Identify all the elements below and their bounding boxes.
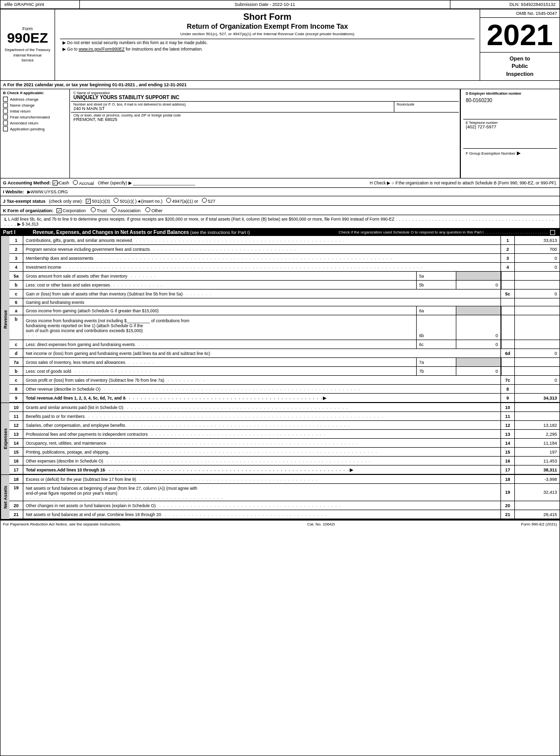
row-num-6: 6 xyxy=(9,298,23,306)
row-num-5b: b xyxy=(9,281,23,289)
phone-label: E Telephone number xyxy=(466,121,555,124)
table-row: 9 Total revenue. Add lines 1, 2, 3, 4, 5… xyxy=(9,394,560,403)
row-value-20 xyxy=(515,501,560,510)
checkbox-amended-return[interactable] xyxy=(3,120,8,125)
form-under-note: Under section 501(c), 527, or 4947(a)(1)… xyxy=(60,32,475,36)
row-desc-21: Net assets or fund balances at end of ye… xyxy=(23,510,501,519)
checkbox-initial-return[interactable] xyxy=(3,109,8,114)
row-value-4: 0 xyxy=(515,263,560,271)
row-value-6a xyxy=(515,306,560,315)
sub-label-6b: 6b xyxy=(417,315,456,340)
row-num-4: 4 xyxy=(9,263,23,271)
checkbox-final-return[interactable] xyxy=(3,115,8,119)
row-linenum-5a xyxy=(501,272,515,280)
row-linenum-17: 17 xyxy=(501,465,515,474)
check-address-change[interactable]: Address change xyxy=(3,97,67,102)
form-number: 990EZ xyxy=(7,31,48,45)
check-amended-return[interactable]: Amended return xyxy=(3,120,67,125)
row-value-2: 700 xyxy=(515,245,560,253)
row-desc-1: Contributions, gifts, grants, and simila… xyxy=(23,236,501,244)
check-initial-return[interactable]: Initial return xyxy=(3,109,67,114)
row-desc-5a: Gross amount from sale of assets other t… xyxy=(23,272,417,280)
org-name-value: UNIQUELY YOURS STABILITY SUPPORT INC xyxy=(73,95,456,100)
row-linenum-5b xyxy=(501,281,515,289)
form-title-main: Short Form xyxy=(60,12,475,22)
row-desc-6d: Net income or (loss) from gaming and fun… xyxy=(23,349,501,357)
row-value-7b xyxy=(515,367,560,375)
row-linenum-3: 3 xyxy=(501,254,515,262)
row-desc-16: Other expenses (describe in Schedule O) … xyxy=(23,457,501,465)
website-url: ▶WWW.UYSS.ORG xyxy=(27,189,68,194)
table-row: 21 Net assets or fund balances at end of… xyxy=(9,510,560,519)
table-row: 8 Other revenue (describe in Schedule O)… xyxy=(9,385,560,394)
row-value-19: 32,413 xyxy=(515,484,560,501)
acct-g-label: G Accounting Method: xyxy=(3,180,51,185)
row-linenum-8: 8 xyxy=(501,385,515,393)
row-desc-5b: Less: cost or other basis and sales expe… xyxy=(23,281,417,289)
checkbox-name-change[interactable] xyxy=(3,103,8,108)
table-row: c Gross profit or (loss) from sales of i… xyxy=(9,376,560,385)
row-num-2: 2 xyxy=(9,245,23,253)
row-linenum-7b xyxy=(501,367,515,375)
check-application-pending[interactable]: Application pending xyxy=(3,126,67,131)
checkbox-application-pending[interactable] xyxy=(3,126,8,131)
row-value-13: 2,295 xyxy=(515,430,560,438)
table-row: 6 Gaming and fundraising events xyxy=(9,298,560,306)
row-linenum-19: 19 xyxy=(501,484,515,501)
form-org-k-label: K Form of organization: xyxy=(3,208,54,213)
website-i-label: I Website: xyxy=(3,189,24,194)
row-value-11 xyxy=(515,412,560,420)
bullet2: ▶ Go to www.irs.gov/Form990EZ for instru… xyxy=(62,47,472,52)
row-num-9: 9 xyxy=(9,394,23,402)
row-linenum-2: 2 xyxy=(501,245,515,253)
row-linenum-6b xyxy=(501,315,515,340)
row-value-17: 38,311 xyxy=(515,465,560,474)
table-row: 14 Occupancy, rent, utilities, and maint… xyxy=(9,439,560,448)
row-num-6d: d xyxy=(9,349,23,357)
row-num-14: 14 xyxy=(9,439,23,447)
row-num-16: 16 xyxy=(9,457,23,465)
form-title-sub: Return of Organization Exempt From Incom… xyxy=(60,22,475,30)
row-value-6d: 0 xyxy=(515,349,560,357)
org-city-value: FREMONT, NE 68025 xyxy=(73,117,456,122)
sub-value-7b: 0 xyxy=(456,367,501,375)
table-row: b Less: cost of goods sold . . . . . . .… xyxy=(9,367,560,376)
footer-cat-no: Cat. No. 10642I xyxy=(307,522,335,526)
label-address-change: Address change xyxy=(10,97,39,102)
table-row: 17 Total expenses. Add lines 10 through … xyxy=(9,465,560,474)
row-linenum-7c: 7c xyxy=(501,376,515,384)
table-row: 16 Other expenses (describe in Schedule … xyxy=(9,457,560,465)
table-row: a Gross income from gaming (attach Sched… xyxy=(9,306,560,315)
row-desc-4: Investment income . . . . . . . . . . . … xyxy=(23,263,501,271)
acct-accrual: Accrual xyxy=(73,180,94,186)
table-row: d Net income or (loss) from gaming and f… xyxy=(9,349,560,358)
employer-id-label: D Employer identification number xyxy=(466,92,555,95)
label-amended-return: Amended return xyxy=(10,121,38,125)
section-a: A For the 2021 calendar year, or tax yea… xyxy=(0,81,560,89)
dln-number: DLN: 93492284015132 xyxy=(450,0,560,8)
sub-label-7b: 7b xyxy=(417,367,456,375)
row-num-7b: b xyxy=(9,367,23,375)
row-desc-7a: Gross sales of inventory, less returns a… xyxy=(23,358,417,366)
sub-value-5b: 0 xyxy=(456,281,501,289)
check-name-change[interactable]: Name change xyxy=(3,103,67,108)
row-linenum-4: 4 xyxy=(501,263,515,271)
table-row: 18 Excess or (deficit) for the year (Sub… xyxy=(9,475,560,484)
table-row: 10 Grants and similar amounts paid (list… xyxy=(9,403,560,412)
open-to-public-label: Open toPublicInspection xyxy=(480,53,560,80)
row-desc-18: Excess or (deficit) for the year (Subtra… xyxy=(23,475,501,483)
add-lines-arrow: ▶ xyxy=(17,222,22,227)
row-value-7a xyxy=(515,358,560,366)
row-num-15: 15 xyxy=(9,448,23,456)
check-final-return[interactable]: Final return/terminated xyxy=(3,115,67,119)
row-num-12: 12 xyxy=(9,421,23,429)
row-num-17: 17 xyxy=(9,465,23,474)
row-num-6a: a xyxy=(9,306,23,315)
checkbox-address-change[interactable] xyxy=(3,97,8,102)
row-desc-6a: Gross income from gaming (attach Schedul… xyxy=(23,306,417,315)
row-desc-20: Other changes in net assets or fund bala… xyxy=(23,501,501,510)
row-value-12: 13,182 xyxy=(515,421,560,429)
row-desc-2: Program service revenue including govern… xyxy=(23,245,501,253)
add-lines-value: $ 34,313 xyxy=(22,222,38,227)
bullet1: ▶ Do not enter social security numbers o… xyxy=(62,40,472,45)
